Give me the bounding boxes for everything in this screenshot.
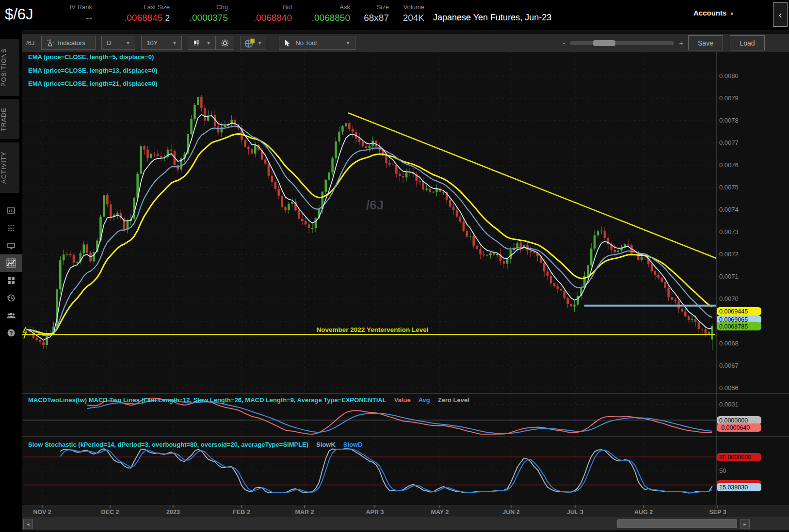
svg-text:0.0078: 0.0078 [719,117,739,124]
quote-value: .0000375 [190,13,228,23]
ema-13-line [27,126,712,336]
svg-text:0.0001: 0.0001 [719,401,739,408]
quote-value: .0068840 [254,13,292,23]
contract-title: Japanese Yen Futures, Jun-23 [433,13,551,23]
collapse-panel-button[interactable]: ‹ [773,2,788,27]
axis-bubble: -0.0000640 [717,423,761,432]
chart-area: /6J Indicators D▼ 10Y▼ ▼ [22,30,789,532]
svg-text:JUL 3: JUL 3 [567,509,583,516]
svg-text:50: 50 [719,467,726,474]
svg-text:0.0074: 0.0074 [719,206,739,213]
quote-label: Bid [254,3,292,12]
symbol-ticker: $/6J [5,6,33,23]
quote-value: 68x87 [364,13,389,23]
svg-text:MAR 2: MAR 2 [295,509,314,516]
scrollbar-thumb[interactable] [617,519,737,528]
svg-text:0.0075: 0.0075 [719,184,739,191]
quote-label: Last Size [124,3,170,12]
axis-bubble: 0.0069445 [717,307,761,315]
chart-grid-icon[interactable] [0,254,22,272]
quote-last-size: Last Size .0068845 2 [124,3,170,25]
axis-bubble: 80.0000000 [717,453,761,461]
svg-text:0.0071: 0.0071 [719,273,739,280]
axis-bubble: 0.0068785 [717,322,761,330]
community-icon[interactable] [0,307,22,324]
candles-layer [26,95,713,350]
line-handle-marker [23,328,26,339]
trendline [348,113,716,258]
svg-text:0.0079: 0.0079 [719,94,739,102]
left-sidebar: POSITIONS TRADE ACTIVITY [0,30,22,532]
quote-ask: Ask .0068850 [312,3,350,24]
horizontal-scrollbar[interactable]: ◄ ► [22,517,789,530]
svg-text:0.0077: 0.0077 [719,139,739,146]
help-icon[interactable]: ? [0,324,22,342]
svg-text:DEC 2: DEC 2 [101,509,119,516]
quote-label: IV Rank [70,3,92,12]
ema-21-line [27,134,712,334]
scroll-right-button[interactable]: ► [740,519,750,529]
svg-text:0.0076: 0.0076 [719,161,739,169]
tiles-icon[interactable] [0,272,22,289]
quote-size: Size 68x87 [364,3,389,24]
svg-text:0.0069445: 0.0069445 [719,308,748,315]
axis-bubble: 0.0000000 [717,416,761,424]
quote-value: .0068845 [124,13,162,23]
sidebar-tab-trade[interactable]: TRADE [0,99,19,139]
quote-size-suffix: 2 [165,14,170,23]
accounts-menu[interactable]: Accounts▼ [693,9,734,17]
history-clock-icon[interactable] [0,289,22,307]
sidebar-tab-positions[interactable]: POSITIONS [0,39,19,96]
quote-value: .0068850 [312,13,350,23]
quote-value: 204K [403,13,424,23]
chart-canvas[interactable]: /6JNovember 2022 Yentervention Level0.00… [22,30,789,532]
svg-text:0.0069065: 0.0069065 [719,316,748,323]
stoch-slowk-line [60,449,712,493]
svg-text:0.0073: 0.0073 [719,228,739,235]
list-icon[interactable] [0,219,22,237]
scroll-left-button[interactable]: ◄ [23,519,33,529]
sidebar-tab-activity[interactable]: ACTIVITY [0,142,19,193]
watermark: /6J [366,198,384,212]
report-chart-icon[interactable] [0,202,22,219]
svg-text:FEB 2: FEB 2 [233,509,250,516]
quote-value: -- [86,13,92,23]
quote-chg: Chg .0000375 [190,3,228,24]
svg-text:0.0072: 0.0072 [719,250,739,258]
chevron-down-icon: ▼ [729,11,734,16]
svg-text:0.0068: 0.0068 [719,340,739,347]
svg-text:0.0000000: 0.0000000 [719,417,748,424]
quote-label: Size [364,3,389,12]
axis-bubble: 15.038030 [717,483,761,491]
svg-text:NOV 2: NOV 2 [33,509,51,516]
svg-text:0.0066: 0.0066 [719,384,739,391]
svg-text:-0.0000640: -0.0000640 [719,424,750,431]
svg-text:MAY 2: MAY 2 [431,509,449,516]
svg-text:0.0068785: 0.0068785 [719,323,748,330]
header-bar: $/6J IV Rank -- Last Size .0068845 2 Chg… [0,0,789,30]
svg-text:?: ? [10,330,13,336]
svg-text:0.0067: 0.0067 [719,362,739,369]
quote-volume: Volume 204K [403,3,424,24]
svg-text:AUG 2: AUG 2 [634,509,653,516]
svg-text:JUN 2: JUN 2 [502,509,519,516]
svg-text:SEP 3: SEP 3 [709,509,726,516]
quote-label: Chg [190,3,228,12]
quote-iv-rank: IV Rank -- [70,3,92,24]
quote-label: Ask [312,3,350,12]
macd-value-line [87,398,712,434]
quote-bid: Bid .0068840 [254,3,292,24]
annotation-text: November 2022 Yentervention Level [317,326,429,333]
trading-app-window: $/6J IV Rank -- Last Size .0068845 2 Chg… [0,0,789,532]
svg-text:0.0080: 0.0080 [719,72,739,79]
svg-text:0.0070: 0.0070 [719,295,739,302]
monitor-icon[interactable] [0,237,22,254]
svg-text:2023: 2023 [166,509,180,516]
quote-label: Volume [403,3,424,12]
svg-text:APR 3: APR 3 [366,509,384,516]
svg-text:80.0000000: 80.0000000 [719,454,751,461]
svg-text:15.038030: 15.038030 [719,484,748,491]
